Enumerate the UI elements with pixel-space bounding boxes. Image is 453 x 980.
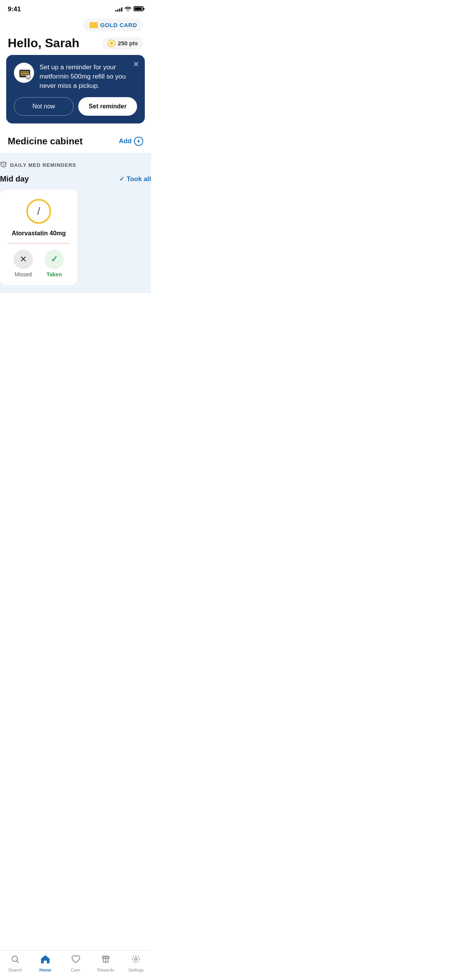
status-icons xyxy=(115,6,143,13)
wifi-icon xyxy=(125,6,131,12)
add-medicine-button[interactable]: Add + xyxy=(119,137,143,146)
set-reminder-button[interactable]: Set reminder xyxy=(78,97,137,116)
medicine-card: / Atorvastatin 40mg ✕ Missed ✓ Taken xyxy=(0,190,77,285)
taken-circle: ✓ xyxy=(45,250,64,269)
time-row: Mid day ✓ Took all xyxy=(0,175,151,183)
med-card-actions: ✕ Missed ✓ Taken xyxy=(8,250,70,278)
banner-actions: Not now Set reminder xyxy=(14,97,137,116)
medicine-icon: / xyxy=(26,199,51,224)
greeting-text: Hello, Sarah xyxy=(8,36,79,50)
svg-rect-2 xyxy=(21,72,29,72)
pill-reminder-icon xyxy=(14,63,34,83)
banner-section: ✕ xyxy=(0,55,151,130)
reminders-label: DAILY MED REMINDERS xyxy=(0,161,151,169)
close-button[interactable]: ✕ xyxy=(133,60,139,68)
time-slot-label: Mid day xyxy=(0,175,29,183)
slash-icon: / xyxy=(37,205,40,218)
took-all-button[interactable]: ✓ Took all xyxy=(119,175,151,183)
missed-label: Missed xyxy=(15,271,32,278)
x-icon: ✕ xyxy=(20,254,27,264)
battery-icon xyxy=(134,6,143,13)
missed-button[interactable]: ✕ Missed xyxy=(14,250,33,278)
add-plus-icon: + xyxy=(134,137,143,146)
banner-content: Set up a reminder for your metformin 500… xyxy=(14,63,137,90)
gold-card-label: GOLD CARD xyxy=(100,22,137,28)
missed-circle: ✕ xyxy=(14,250,33,269)
svg-rect-3 xyxy=(21,73,29,74)
checkmark-icon: ✓ xyxy=(119,175,124,183)
points-badge: 250 pts xyxy=(102,37,143,50)
header: ⚡ GOLD CARD Hello, Sarah 250 pts xyxy=(0,15,151,55)
gold-card-icon: ⚡ xyxy=(89,22,98,28)
gold-card-row: ⚡ GOLD CARD xyxy=(8,19,143,31)
status-time: 9:41 xyxy=(8,5,21,13)
points-value: 250 pts xyxy=(118,40,138,46)
reminders-section-title: DAILY MED REMINDERS xyxy=(10,162,76,168)
points-circle-icon xyxy=(108,39,115,47)
taken-check-icon: ✓ xyxy=(51,254,58,264)
medicine-name: Atorvastatin 40mg xyxy=(8,230,70,237)
signal-bars-icon xyxy=(115,7,122,12)
med-card-divider xyxy=(8,243,70,243)
medicine-cabinet-title: Medicine cabinet xyxy=(8,136,82,147)
medicine-header: Medicine cabinet Add + xyxy=(0,130,151,153)
reminders-area: DAILY MED REMINDERS Mid day ✓ Took all /… xyxy=(0,153,151,293)
taken-button[interactable]: ✓ Taken xyxy=(45,250,64,278)
taken-label: Taken xyxy=(46,271,62,278)
reminder-banner: ✕ xyxy=(6,55,145,123)
gold-card-button[interactable]: ⚡ GOLD CARD xyxy=(83,19,143,31)
greeting-row: Hello, Sarah 250 pts xyxy=(8,36,143,50)
svg-rect-1 xyxy=(19,70,30,71)
banner-message: Set up a reminder for your metformin 500… xyxy=(39,63,137,90)
alarm-icon xyxy=(0,161,7,169)
status-bar: 9:41 xyxy=(0,0,151,15)
not-now-button[interactable]: Not now xyxy=(14,97,74,116)
